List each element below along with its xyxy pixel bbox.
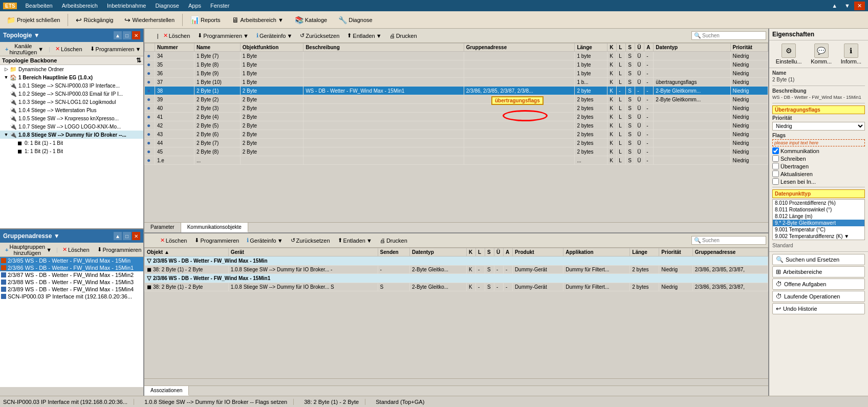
tree-item-108[interactable]: ▼ 🔌 1.0.8 Stiege SW --> Dummy für IO Bro… (0, 131, 143, 139)
group-restore-btn[interactable]: ▲ (114, 232, 122, 240)
tree-item-104[interactable]: 🔌 1.0.4 Stiege --> Wetterstation Plus (0, 106, 143, 114)
menu-fenster[interactable]: Fenster (206, 2, 233, 10)
table-row[interactable]: ● 44 2 Byte (7) 2 Byte 2 bytes K L S Ü -… (145, 139, 768, 147)
tree-toggle[interactable]: ▼ (3, 132, 9, 137)
menu-arbeitsbereich[interactable]: Arbeitsbereich (58, 2, 102, 10)
col-k2[interactable]: K (466, 248, 475, 256)
bottom-prog-btn[interactable]: ⬇ Programmieren (191, 235, 242, 245)
flag-lesen-check[interactable] (772, 178, 779, 185)
tree-sort-icon[interactable]: ⇅ (136, 57, 141, 64)
add-group-btn[interactable]: + Hauptgruppen hinzufügen ▼ (2, 242, 55, 258)
win-close[interactable]: ✕ (854, 2, 865, 10)
add-channels-btn[interactable]: + Kanäle hinzufügen ▼ (2, 41, 47, 57)
tab-kommunikation[interactable]: Kommunikationsobjekte (181, 223, 248, 232)
kataloge-button[interactable]: 📚 Kataloge (290, 14, 332, 26)
diagnose-button[interactable]: 🔧 Diagnose (334, 14, 377, 26)
tree-item-105[interactable]: 🔌 1.0.5 Stiege SW --> Knxpresso knXpress… (0, 114, 143, 122)
bottom-delete-btn[interactable]: ✕ Löschen (157, 235, 190, 245)
table-row[interactable]: ● 41 2 Byte (4) 2 Byte 2 bytes K L S Ü -… (145, 113, 768, 121)
col-prioritaet2[interactable]: Priorität (659, 248, 693, 256)
dtype-9002[interactable]: 9.002 Temperaturdifferenz (K) ▼ (773, 233, 864, 240)
offene-aufgaben-btn[interactable]: ⏱ Offene Aufgaben (772, 279, 865, 290)
col-s2[interactable]: S (485, 248, 494, 256)
bottom-table-row[interactable]: ◼38: 2 Byte (1) - 2 Byte 1.0.8 Stiege SW… (145, 283, 768, 291)
tree-item-obj0[interactable]: ◼ 0: 1 Bit (1) - 1 Bit (0, 139, 143, 147)
col-header-num[interactable] (145, 44, 155, 52)
projekt-schliessen-button[interactable]: 📁 Projekt schließen (2, 14, 64, 26)
bottom-search-input[interactable] (702, 238, 764, 243)
col-applikation[interactable]: Applikation (563, 248, 630, 256)
col-header-a[interactable]: A (644, 44, 654, 52)
group-item-86[interactable]: 2/3/86 WS - DB - Wetter - FW_Wind Max - … (0, 264, 143, 271)
table-row[interactable]: ● 1.e ... ... K L S Ü - Niedrig (145, 156, 768, 165)
col-header-k[interactable]: K (607, 44, 617, 52)
programmieren-btn[interactable]: ⬇ Programmieren ▼ (87, 44, 144, 54)
tree-item-103[interactable]: 🔌 1.0.3 Stiege --> SCN-LOG1.02 Logikmodu… (0, 98, 143, 106)
arbeitsbereich-button[interactable]: 🖥 Arbeitsbereich ▼ (227, 14, 288, 26)
horizontal-scrollbar[interactable] (144, 378, 768, 385)
table-row[interactable]: ● 45 2 Byte (8) 2 Byte 2 bytes K L S Ü -… (145, 147, 768, 156)
menu-inbetriebnahme[interactable]: Inbetriebnahme (103, 2, 150, 10)
col-l2[interactable]: L (475, 248, 485, 256)
tree-toggle[interactable]: ▼ (3, 75, 9, 80)
flag-aktualisieren-check[interactable] (772, 170, 779, 177)
bottom-zurück-btn[interactable]: ↺ Zurücksetzen (288, 235, 333, 245)
col-objekt[interactable]: Objekt ▲ (145, 248, 229, 256)
col-produkt[interactable]: Produkt (512, 248, 563, 256)
table-row[interactable]: ● 43 2 Byte (6) 2 Byte 2 bytes K L S Ü -… (145, 130, 768, 139)
col-senden[interactable]: Senden (378, 248, 409, 256)
laufende-operationen-btn[interactable]: ⏱ Laufende Operationen (772, 291, 865, 302)
tab-parameter[interactable]: Parameter (144, 223, 181, 232)
info-icon-btn[interactable]: ℹ Inform... (840, 42, 862, 66)
suchen-ersetzen-btn[interactable]: 🔍 Suchen und Ersetzen (772, 254, 865, 265)
settings-icon-btn[interactable]: ⚙ Einstellu... (775, 42, 803, 66)
topology-close-btn[interactable]: ✕ (132, 31, 140, 39)
arbeitsbereiche-btn[interactable]: ⊞ Arbeitsbereiche (772, 266, 865, 277)
bottom-table-row[interactable]: ◼38: 2 Byte (1) - 2 Byte 1.0.8 Stiege SW… (145, 266, 768, 274)
tree-item-dynamic[interactable]: ▷ 📁 Dynamische Ordner (0, 65, 143, 73)
topology-restore-btn[interactable]: ▲ (114, 31, 122, 39)
tree-item-102[interactable]: 🔌 1.0.2 Stiege --> SCN-IP000.03 Email fü… (0, 90, 143, 98)
tree-item-bereich[interactable]: ▼ 🏠 1 Bereich Hauptlinie EG (1.0.x) (0, 73, 143, 81)
table-row[interactable]: ● 39 2 Byte (2) 2 Byte 2 bytes K L S Ü -… (145, 95, 768, 104)
table-search-input[interactable] (702, 33, 764, 38)
dtype-9001[interactable]: 9.001 Temperatur (°C) (773, 226, 864, 233)
dtype-9star[interactable]: 9.* 2-Byte Gleitkommawert (773, 220, 864, 226)
dtype-8010[interactable]: 8.010 Prozentdifferenz (%) (773, 200, 864, 206)
table-row[interactable]: ● 36 1 Byte (9) 1 Byte 1 byte K L S Ü - … (145, 69, 768, 78)
group-item-87[interactable]: 2/3/87 WS - DB - Wetter - FW_Wind Max - … (0, 271, 143, 279)
delete-btn[interactable]: ✕ Löschen (52, 44, 85, 54)
table-row[interactable]: ● 37 1 Byte (10) 1 Byte 1 b... K L S Ü -… (145, 78, 768, 87)
group-item-scn[interactable]: SCN-IP000.03 IP Interface mit (192.168.0… (0, 293, 143, 300)
topology-maximize-btn[interactable]: □ (123, 31, 131, 39)
menu-apps[interactable]: Apps (184, 2, 205, 10)
flag-uebertragen-check[interactable] (772, 163, 779, 169)
col-datentyp[interactable]: Datentyp (410, 248, 467, 256)
tree-item-101[interactable]: 🔌 1.0.1 Stiege --> SCN-IP000.03 IP Inter… (0, 81, 143, 90)
table-row[interactable]: ● 42 2 Byte (5) 2 Byte 2 bytes K L S Ü -… (145, 121, 768, 130)
col-ga2[interactable]: Gruppenadresse (692, 248, 768, 256)
group-maximize-btn[interactable]: □ (123, 232, 131, 240)
tree-item-obj1[interactable]: ◼ 1: 1 Bit (2) - 1 Bit (0, 147, 143, 155)
table-row[interactable]: ● 34 1 Byte (7) 1 Byte 1 byte K L S Ü - … (145, 52, 768, 60)
col-header-prio[interactable]: Priorität (730, 44, 768, 52)
table-row[interactable]: ● 35 1 Byte (8) 1 Byte 1 byte K L S Ü - … (145, 60, 768, 69)
col-header-objfunc[interactable]: Objektfunktion (240, 44, 303, 52)
menu-bearbeiten[interactable]: Bearbeiten (21, 2, 56, 10)
reports-button[interactable]: 📊 Reports (186, 14, 225, 26)
table-zurück-btn[interactable]: ↺ Zurücksetzen (297, 31, 342, 40)
table-geraete-btn[interactable]: ℹ Geräteinfo ▼ (253, 31, 295, 40)
col-header-nummer[interactable]: Nummer (155, 44, 194, 52)
table-entladen-btn[interactable]: ⬆ Entladen ▼ (344, 31, 384, 40)
group-item-89[interactable]: 2/3/89 WS - DB - Wetter - FW_Wind Max - … (0, 286, 143, 293)
col-header-laenge[interactable]: Länge (575, 44, 607, 52)
win-minimize[interactable]: ▲ (829, 2, 840, 10)
bottom-geraete-btn[interactable]: ℹ Geräteinfo ▼ (244, 235, 286, 245)
win-maximize[interactable]: ▼ (841, 2, 853, 10)
bottom-drucken-btn[interactable]: 🖨 Drucken (377, 236, 410, 245)
col-header-l[interactable]: L (617, 44, 626, 52)
col-geraet[interactable]: Gerät (228, 248, 378, 256)
col-header-ga[interactable]: Gruppenadresse (464, 44, 575, 52)
group-prog-btn[interactable]: ⬇ Programmieren (94, 245, 145, 254)
col-header-s[interactable]: S (626, 44, 635, 52)
